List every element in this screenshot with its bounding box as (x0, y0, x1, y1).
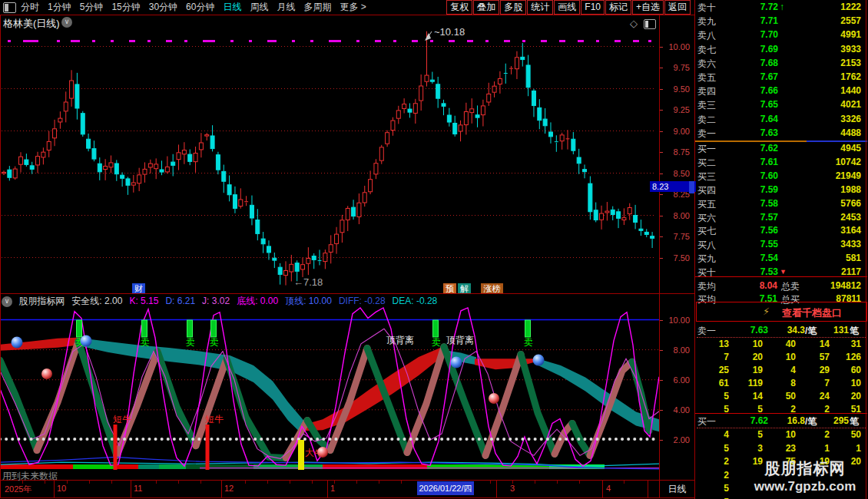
bid-level-label[interactable]: 买八 (697, 239, 716, 252)
bid-price[interactable]: 7.58 (743, 198, 778, 209)
trade-count-cell[interactable]: 2 (697, 456, 729, 467)
trade-count-cell[interactable]: 31 (829, 339, 861, 349)
bid-level-label[interactable]: 买一 (697, 143, 716, 156)
trade-count-cell[interactable]: 5 (697, 483, 729, 494)
indicator-chart[interactable]: 卖卖卖卖卖卖顶背离顶背离短牛短牛大牛 (0, 305, 659, 480)
trade-count-cell[interactable]: 126 (829, 352, 861, 362)
bid-level-label[interactable]: 买六 (697, 212, 716, 225)
ask-price[interactable]: 7.66 (743, 85, 778, 96)
ask-arrow[interactable]: ↑ (780, 2, 784, 12)
bid-price[interactable]: 7.55 (743, 239, 778, 250)
trade-count-cell[interactable]: 4 (764, 365, 796, 375)
menu-button-1[interactable]: 叠加 (473, 0, 499, 15)
trade-count-cell[interactable]: 50 (764, 391, 796, 402)
buy1-stats-count-unit[interactable]: 笔 (850, 415, 859, 428)
ask-level-label[interactable]: 卖六 (697, 58, 716, 71)
buy1-stats-price[interactable]: 7.62 (733, 415, 768, 426)
bid-volume[interactable]: 3433 (815, 239, 861, 250)
avg-sell-price[interactable]: 8.04 (742, 280, 777, 291)
bid-volume[interactable]: 2453 (815, 212, 861, 223)
main-chart[interactable]: ~10.18←7.18 格林美(日线) ∨ ◇ 财预解涨榜 (0, 15, 660, 294)
menu-period-4[interactable]: 30分钟 (149, 1, 177, 14)
bid-level-label[interactable]: 买十 (697, 266, 716, 279)
trade-count-cell[interactable]: 40 (764, 339, 796, 349)
menu-button-4[interactable]: 画线 (554, 0, 580, 15)
period-label[interactable]: 日线 (660, 481, 694, 497)
candlestick-chart[interactable]: ~10.18←7.18 (0, 15, 660, 294)
ask-volume[interactable]: 3933 (815, 44, 861, 55)
panel-toggle-icon[interactable] (3, 2, 16, 13)
sell1-stats-label[interactable]: 卖一 (697, 325, 716, 338)
trade-count-cell[interactable]: 1 (797, 443, 830, 454)
chevron-down-icon[interactable]: ∨ (61, 17, 72, 28)
buy1-stats-per-value[interactable]: 16.8 (774, 415, 805, 426)
buy1-stats-label[interactable]: 买一 (697, 415, 716, 428)
trade-count-cell[interactable]: 20 (829, 391, 861, 402)
ask-price[interactable]: 7.71 (743, 15, 778, 26)
trade-count-cell[interactable]: 2 (697, 470, 729, 481)
sell1-stats-count[interactable]: 131 (815, 325, 849, 335)
chart-badge-1[interactable]: 预 (443, 283, 456, 294)
trade-count-cell[interactable]: 29 (797, 365, 830, 375)
bid-price[interactable]: 7.54 (743, 253, 778, 263)
bid-volume[interactable]: 1988 (815, 184, 861, 195)
trade-count-cell[interactable]: 25 (697, 365, 729, 375)
trade-count-cell[interactable]: 8 (764, 378, 796, 388)
ask-price[interactable]: 7.70 (743, 29, 778, 40)
bid-level-label[interactable]: 买五 (697, 198, 716, 211)
sidepanel-icon[interactable] (644, 19, 656, 29)
ask-level-label[interactable]: 卖七 (697, 44, 716, 57)
trade-count-cell[interactable]: 10 (764, 429, 796, 440)
ask-price[interactable]: 7.63 (743, 127, 778, 138)
trade-count-cell[interactable]: 119 (731, 378, 763, 388)
bid-volume[interactable]: 581 (815, 253, 861, 263)
total-sell-label[interactable]: 总卖 (781, 280, 800, 293)
bid-price[interactable]: 7.57 (743, 212, 778, 223)
menu-period-7[interactable]: 周线 (250, 1, 268, 14)
ask-volume[interactable]: 3326 (815, 114, 861, 124)
bid-volume[interactable]: 4945 (815, 143, 861, 154)
ask-price[interactable]: 7.67 (743, 71, 778, 82)
menu-button-6[interactable]: 标记 (605, 0, 631, 15)
ask-volume[interactable]: 4488 (815, 127, 861, 138)
bid-volume[interactable]: 21949 (815, 170, 861, 181)
bid-level-label[interactable]: 买四 (697, 184, 716, 197)
ask-level-label[interactable]: 卖五 (697, 71, 716, 84)
trade-count-cell[interactable]: 5 (731, 429, 763, 440)
menu-period-0[interactable]: 分时 (21, 1, 39, 14)
menu-button-7[interactable]: +自选 (632, 0, 664, 15)
menu-period-1[interactable]: 1分钟 (48, 1, 71, 14)
bid-volume[interactable]: 10742 (815, 157, 861, 167)
bid-level-label[interactable]: 买九 (697, 253, 716, 266)
buy1-stats-count[interactable]: 295 (815, 415, 849, 426)
ask-level-label[interactable]: 卖三 (697, 99, 716, 112)
sell1-stats-price[interactable]: 7.63 (733, 325, 768, 335)
menu-period-5[interactable]: 60分钟 (186, 1, 214, 14)
date-axis[interactable]: 2025年1011121342026/01/22/四 (0, 481, 660, 497)
ask-level-label[interactable]: 卖八 (697, 29, 716, 42)
bid-level-label[interactable]: 买二 (697, 157, 716, 170)
bid-arrow[interactable]: ▼ (780, 268, 787, 276)
trade-count-cell[interactable]: 14 (731, 391, 763, 402)
bid-price[interactable]: 7.62 (743, 143, 778, 154)
ask-volume[interactable]: 1762 (815, 71, 861, 82)
ask-volume[interactable]: 4021 (815, 99, 861, 110)
menu-period-8[interactable]: 月线 (277, 1, 295, 14)
menu-period-9[interactable]: 多周期 (303, 1, 331, 14)
scroll-indicator[interactable] (689, 181, 694, 193)
ask-price[interactable]: 7.65 (743, 99, 778, 110)
ask-price[interactable]: 7.72 (743, 2, 778, 12)
menu-button-8[interactable]: 返回 (664, 0, 691, 15)
bid-price[interactable]: 7.59 (743, 184, 778, 195)
trade-count-cell[interactable]: 19 (731, 365, 763, 375)
thousand-depth-label[interactable]: 查看千档盘口 (782, 306, 842, 320)
ask-price[interactable]: 7.64 (743, 114, 778, 124)
trade-count-cell[interactable]: 4 (697, 429, 729, 440)
trade-count-cell[interactable]: 24 (797, 391, 830, 402)
bid-volume[interactable]: 2117 (815, 266, 861, 277)
menu-button-2[interactable]: 多股 (500, 0, 526, 15)
trade-count-cell[interactable]: 10 (829, 378, 861, 388)
ask-level-label[interactable]: 卖二 (697, 114, 716, 127)
diamond-icon[interactable]: ◇ (630, 18, 638, 29)
trade-count-cell[interactable]: 10 (764, 352, 796, 362)
